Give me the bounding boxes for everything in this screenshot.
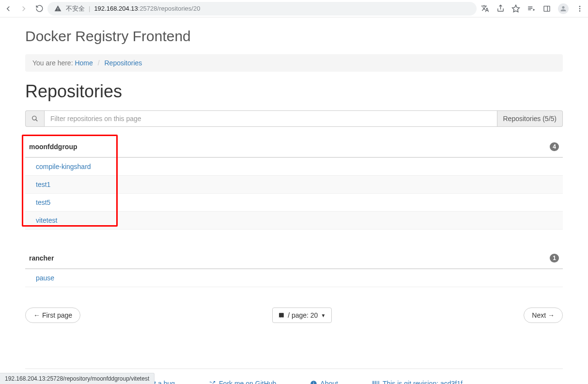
book-icon [279,312,285,319]
not-secure-icon [53,4,62,13]
breadcrumb: You are here: Home / Repositories [25,54,563,72]
repo-item: test1 [25,176,563,194]
svg-rect-17 [378,381,379,384]
svg-rect-13 [374,381,375,384]
search-icon [25,110,44,127]
barcode-icon [372,380,380,384]
repo-link[interactable]: test1 [36,181,50,188]
filter-bar: Repositories (5/5) [25,110,563,127]
repo-group: rancher 1 pause [25,247,563,287]
filter-input[interactable] [44,110,497,127]
svg-rect-15 [376,381,377,384]
git-revision-link[interactable]: This is git revision: acd3f1f [372,380,463,384]
back-icon[interactable] [4,4,13,13]
star-icon[interactable] [511,4,520,13]
playlist-icon[interactable] [527,4,536,13]
breadcrumb-prefix: You are here: [32,59,75,67]
per-page-select[interactable]: / page: 20 ▼ [272,307,332,323]
repo-item: test5 [25,194,563,212]
group-count-badge: 4 [550,142,559,151]
fork-github-link[interactable]: Fork me on GitHub [209,380,276,384]
group-name: rancher [29,254,54,262]
repo-link[interactable]: compile-kingshard [36,163,91,170]
about-link[interactable]: About [310,380,338,384]
address-bar[interactable]: 不安全 | 192.168.204.13:25728/repositories/… [47,2,477,15]
app-title: Docker Registry Frontend [25,28,563,45]
svg-rect-10 [313,382,314,382]
url-text: 192.168.204.13:25728/repositories/20 [94,5,200,12]
repo-count-label: Repositories (5/5) [497,110,563,127]
group-count-badge: 1 [550,254,559,262]
repo-link[interactable]: pause [36,274,54,282]
svg-rect-16 [377,381,378,384]
info-icon [310,380,317,384]
svg-point-6 [32,116,36,120]
svg-point-3 [579,6,581,7]
not-secure-label: 不安全 [66,4,85,13]
repo-link[interactable]: vitetest [36,216,57,224]
translate-icon[interactable] [480,4,489,13]
svg-rect-1 [544,6,550,11]
pagination: ← First page / page: 20 ▼ Next → [25,307,563,323]
svg-line-7 [36,120,38,122]
share-icon[interactable] [496,4,505,13]
kebab-menu-icon[interactable] [575,4,584,13]
next-page-button[interactable]: Next → [524,307,563,323]
first-page-button[interactable]: ← First page [25,307,80,323]
repo-link[interactable]: test5 [36,199,50,206]
repo-item: compile-kingshard [25,158,563,176]
panel-icon[interactable] [542,4,551,13]
profile-avatar[interactable] [558,3,569,14]
breadcrumb-home[interactable]: Home [75,59,93,67]
repo-item: vitetest [25,212,563,230]
reload-icon[interactable] [35,4,44,13]
svg-rect-12 [373,381,373,384]
repo-group: moonfddgroup 4 compile-kingshard test1 t… [25,136,563,230]
browser-toolbar: 不安全 | 192.168.204.13:25728/repositories/… [0,0,588,17]
svg-point-4 [579,8,581,9]
status-bar: 192.168.204.13:25728/repository/moonfddg… [0,373,155,384]
svg-point-5 [579,10,581,12]
group-name: moonfddgroup [29,143,77,151]
page-heading: Repositories [25,81,563,102]
repo-item: pause [25,269,563,287]
forward-icon[interactable] [19,4,28,13]
breadcrumb-current[interactable]: Repositories [104,59,142,67]
caret-down-icon: ▼ [321,313,325,318]
per-page-label: / page: 20 [288,311,318,319]
svg-rect-14 [375,381,376,384]
svg-rect-11 [372,381,373,384]
svg-marker-0 [512,5,520,12]
shuffle-icon [209,380,216,384]
